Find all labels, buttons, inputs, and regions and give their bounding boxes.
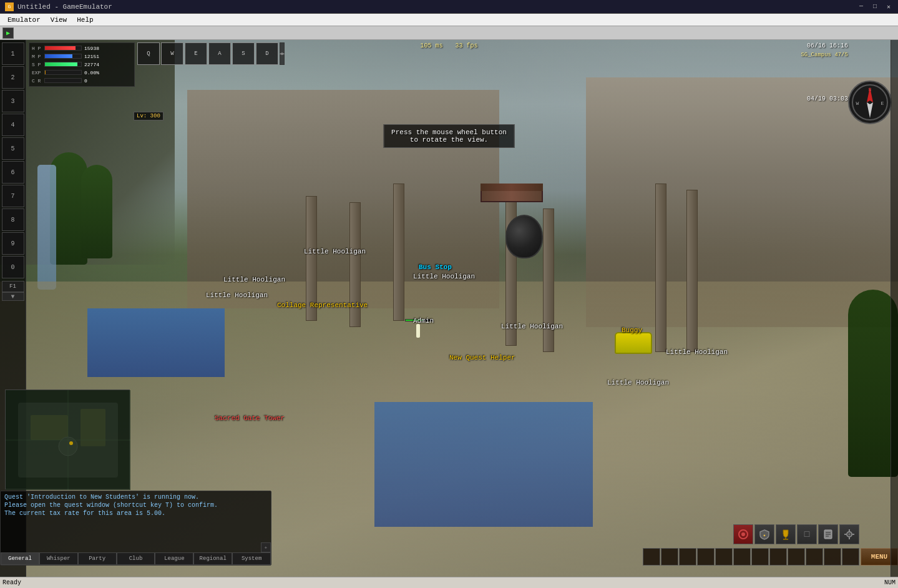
level-display: Lv: 300	[134, 112, 163, 120]
exp-value: 0.00%	[84, 70, 99, 76]
svg-rect-9	[81, 409, 105, 446]
play-icon: ▶	[6, 29, 10, 37]
hotkey-q[interactable]: Q	[137, 42, 160, 65]
compass: E W N	[848, 81, 892, 124]
shield-icon: ✦	[759, 529, 770, 540]
center-hud: 105 ms 33 fps	[420, 42, 477, 49]
item-slot-6[interactable]	[733, 548, 751, 566]
fps-display: 33 fps	[456, 42, 478, 49]
hint-line2: to rotate the view.	[410, 136, 488, 144]
title-bar: G Untitled - GameEmulator ─ □ ✕	[0, 0, 898, 14]
svg-point-24	[848, 533, 851, 536]
chat-tab-system[interactable]: System	[232, 552, 271, 565]
pillar-5	[543, 208, 554, 352]
item-slot-10[interactable]	[806, 548, 823, 566]
slot-arrow[interactable]: ▼	[2, 292, 24, 301]
slot-3[interactable]: 3	[2, 90, 24, 112]
exp-label: EXP	[32, 70, 44, 76]
location-display: SG_Campus 47/5	[801, 52, 848, 58]
right-scrollbar[interactable]	[891, 40, 898, 577]
hotkey-bar: Q W E A S D ◀▶	[137, 42, 285, 65]
item-slot-4[interactable]	[697, 548, 715, 566]
target-icon	[738, 529, 749, 540]
slot-6[interactable]: 6	[2, 161, 24, 184]
svg-point-15	[741, 532, 745, 536]
hotkey-a[interactable]: A	[208, 42, 231, 65]
chat-expand-button[interactable]: +	[261, 542, 271, 552]
minimize-button[interactable]: ─	[857, 3, 866, 11]
mini-map	[5, 390, 130, 489]
item-slot-1[interactable]	[643, 548, 660, 566]
game-viewport[interactable]: Little Hooligan Little Hooligan Little H…	[0, 40, 898, 577]
player-character	[416, 324, 420, 338]
ui-btn-square[interactable]: □	[797, 524, 817, 544]
svg-rect-28	[852, 534, 854, 535]
close-button[interactable]: ✕	[884, 3, 893, 11]
chat-tab-whisper[interactable]: Whisper	[39, 552, 78, 565]
slot-0[interactable]: 0	[2, 256, 24, 278]
hotkey-d[interactable]: D	[256, 42, 278, 65]
item-slot-9[interactable]	[788, 548, 805, 566]
slot-1[interactable]: 1	[2, 42, 24, 65]
item-slot-8[interactable]	[769, 548, 787, 566]
menu-help[interactable]: Help	[72, 14, 98, 26]
building-center	[187, 90, 499, 308]
hud-stats: H P 15938 M P 12151 S P 22774 EXP 0.	[29, 42, 135, 87]
ui-btn-gear[interactable]	[839, 524, 859, 544]
chat-tab-club[interactable]: Club	[117, 552, 155, 565]
exp-bar-container	[44, 70, 82, 75]
play-button[interactable]: ▶	[2, 27, 14, 39]
chat-tab-regional[interactable]: Regional	[193, 552, 232, 565]
item-slot-2[interactable]	[661, 548, 678, 566]
slot-5[interactable]: 5	[2, 137, 24, 160]
cr-value: 0	[84, 78, 87, 84]
item-slot-12[interactable]	[842, 548, 859, 566]
top-right-hud: 06/16 16:16 SG_Campus 47/5 04/19 03:03	[801, 42, 848, 102]
hint-box: Press the mouse wheel button to rotate t…	[383, 124, 515, 148]
hotkey-e[interactable]: E	[185, 42, 207, 65]
tree-left2	[81, 165, 112, 258]
item-slot-5[interactable]	[715, 548, 733, 566]
chat-tab-league[interactable]: League	[155, 552, 193, 565]
slot-4[interactable]: 4	[2, 114, 24, 136]
compass-svg: E W N	[851, 84, 889, 121]
mp-bar-container	[44, 54, 82, 59]
item-slot-3[interactable]	[679, 548, 696, 566]
ui-btn-red1[interactable]	[733, 524, 753, 544]
slot-9[interactable]: 9	[2, 232, 24, 255]
chat-tab-general[interactable]: General	[1, 552, 39, 565]
hotkey-w[interactable]: W	[161, 42, 183, 65]
chat-tab-party[interactable]: Party	[78, 552, 117, 565]
toolbar: ▶	[0, 26, 898, 40]
chat-box: Quest 'Introduction to New Students' is …	[0, 491, 271, 566]
item-slot-7[interactable]	[751, 548, 769, 566]
sp-bar-container	[44, 62, 82, 67]
hotkey-divider: ◀▶	[280, 42, 285, 65]
slot-2[interactable]: 2	[2, 66, 24, 89]
pillar-3	[393, 184, 404, 321]
svg-text:N: N	[869, 87, 872, 92]
mp-value: 12151	[84, 54, 99, 59]
pillar-2	[349, 202, 361, 327]
cr-label: C R	[32, 78, 44, 84]
slot-f1[interactable]: F1	[2, 281, 24, 292]
item-slot-11[interactable]	[824, 548, 841, 566]
ui-btn-doc[interactable]	[818, 524, 838, 544]
svg-text:W: W	[856, 100, 859, 106]
svg-point-13	[69, 441, 73, 445]
slot-7[interactable]: 7	[2, 185, 24, 207]
chat-content: Quest 'Introduction to New Students' is …	[1, 491, 271, 541]
maximize-button[interactable]: □	[871, 3, 879, 11]
hotkey-s[interactable]: S	[232, 42, 255, 65]
menu-view[interactable]: View	[46, 14, 72, 26]
slot-8[interactable]: 8	[2, 208, 24, 231]
menu-emulator[interactable]: Emulator	[2, 14, 46, 26]
ui-btn-trophy[interactable]	[776, 524, 796, 544]
hp-value: 15938	[84, 46, 99, 51]
ui-icons-row1: ✦ □	[733, 524, 859, 544]
chat-message-3: The current tax rate for this area is 5.…	[4, 510, 267, 517]
bell	[505, 215, 543, 258]
ui-btn-shield[interactable]: ✦	[754, 524, 774, 544]
buggy-vehicle	[615, 332, 652, 354]
cr-bar-container	[44, 78, 82, 83]
